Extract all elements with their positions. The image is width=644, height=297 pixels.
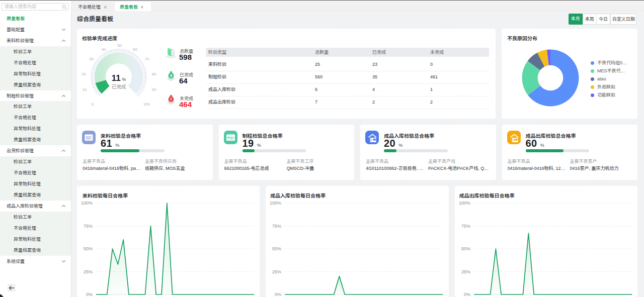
svg-text:75%: 75% bbox=[84, 224, 93, 229]
svg-text:75%: 75% bbox=[272, 224, 281, 229]
svg-text:100%: 100% bbox=[270, 201, 281, 206]
svg-text:IPQC: IPQC bbox=[227, 136, 234, 139]
svg-text:90: 90 bbox=[152, 87, 156, 92]
svg-text:100%: 100% bbox=[81, 201, 93, 206]
svg-text:50%: 50% bbox=[84, 246, 93, 251]
svg-text:IQC: IQC bbox=[86, 136, 92, 140]
svg-text:100%: 100% bbox=[459, 201, 470, 206]
svg-text:60: 60 bbox=[133, 47, 137, 52]
svg-text:0%: 0% bbox=[86, 292, 93, 297]
svg-text:0: 0 bbox=[92, 102, 94, 107]
svg-text:50%: 50% bbox=[272, 246, 281, 251]
svg-text:80: 80 bbox=[152, 72, 156, 76]
svg-text:70: 70 bbox=[145, 57, 149, 61]
svg-text:!: ! bbox=[171, 97, 172, 102]
svg-text:0%: 0% bbox=[464, 292, 470, 297]
svg-text:25%: 25% bbox=[461, 269, 470, 274]
svg-text:30: 30 bbox=[89, 57, 94, 61]
svg-text:0%: 0% bbox=[275, 292, 281, 297]
svg-text:20: 20 bbox=[82, 72, 86, 76]
svg-text:50: 50 bbox=[117, 43, 122, 48]
svg-text:25%: 25% bbox=[272, 269, 281, 274]
svg-text:75%: 75% bbox=[461, 224, 470, 229]
svg-text:50%: 50% bbox=[461, 246, 470, 251]
svg-text:100: 100 bbox=[143, 102, 150, 107]
